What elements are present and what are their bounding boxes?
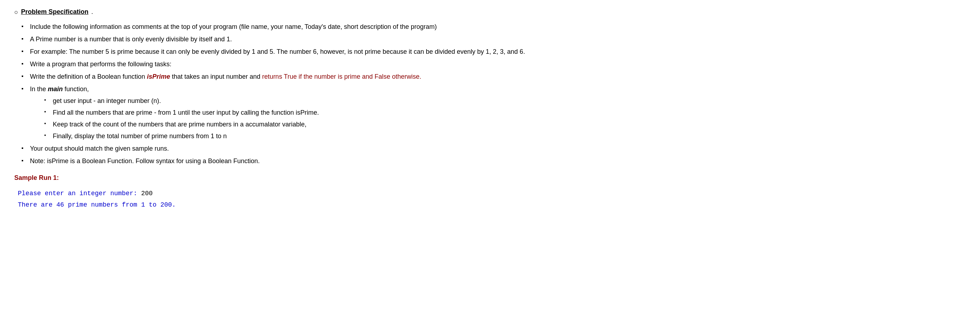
isprime-label: isPrime (147, 73, 170, 80)
sub-item-2: Find all the numbers that are prime - fr… (44, 108, 966, 117)
item-comments-text: Include the following information as com… (30, 23, 437, 30)
section-header: ○ Problem Specification . (14, 7, 966, 17)
code-line-1-prompt: Please enter an integer number: (18, 190, 141, 197)
list-item-note: Note: isPrime is a Boolean Function. Fol… (21, 156, 966, 166)
list-item-output-match: Your output should match the given sampl… (21, 144, 966, 154)
problem-specification-section: ○ Problem Specification . Include the fo… (14, 7, 966, 211)
item-prime-def-text: A Prime number is a number that is only … (30, 36, 232, 43)
sub-item-1-text: get user input - an integer number (n). (53, 97, 161, 105)
item-output-match-text: Your output should match the given sampl… (30, 145, 169, 152)
main-function-sub-list: get user input - an integer number (n). … (30, 96, 966, 141)
sub-item-3: Keep track of the count of the numbers t… (44, 120, 966, 129)
item-program-tasks-text: Write a program that performs the follow… (30, 60, 172, 68)
section-title: Problem Specification (21, 7, 88, 17)
list-item-main-function: In the main function, get user input - a… (21, 84, 966, 141)
item-isprime-before: Write the definition of a Boolean functi… (30, 73, 147, 80)
code-line-1: Please enter an integer number: 200 (18, 188, 966, 199)
main-list: Include the following information as com… (14, 22, 966, 166)
main-label: main (48, 86, 63, 93)
code-line-2: There are 46 prime numbers from 1 to 200… (18, 199, 966, 211)
code-output-block: Please enter an integer number: 200 Ther… (14, 188, 966, 211)
section-title-period: . (91, 7, 93, 17)
list-item-prime-def: A Prime number is a number that is only … (21, 35, 966, 44)
sub-item-2-text: Find all the numbers that are prime - fr… (53, 109, 319, 116)
list-item-isprime-def: Write the definition of a Boolean functi… (21, 72, 966, 82)
item-note-text: Note: isPrime is a Boolean Function. Fol… (30, 157, 259, 165)
code-line-1-value: 200 (141, 190, 153, 197)
returns-true-text: returns True if the number is prime and … (262, 73, 421, 80)
item-isprime-that: that takes an input number and (170, 73, 262, 80)
sub-item-1: get user input - an integer number (n). (44, 96, 966, 106)
list-item-comments: Include the following information as com… (21, 22, 966, 32)
item-prime-example-text: For example: The number 5 is prime becau… (30, 48, 525, 55)
outer-bullet: ○ (14, 8, 18, 17)
list-item-program-tasks: Write a program that performs the follow… (21, 59, 966, 69)
item-main-before: In the (30, 86, 48, 93)
item-main-after: function, (63, 86, 89, 93)
sub-item-4-text: Finally, display the total number of pri… (53, 133, 227, 140)
sub-item-4: Finally, display the total number of pri… (44, 132, 966, 141)
code-line-2-text: There are 46 prime numbers from 1 to 200… (18, 201, 176, 208)
sample-run-header: Sample Run 1: (14, 173, 966, 183)
list-item-prime-example: For example: The number 5 is prime becau… (21, 47, 966, 57)
sub-item-3-text: Keep track of the count of the numbers t… (53, 121, 306, 128)
